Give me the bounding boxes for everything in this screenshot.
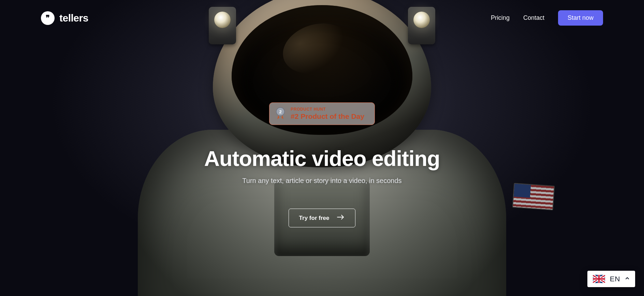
medal-icon: 2 — [275, 107, 286, 121]
language-code: EN — [610, 275, 620, 283]
brand-logo-mark-icon: ❞ — [41, 11, 55, 25]
cta-label: Try for free — [299, 215, 330, 222]
hero-headline: Automatic video editing — [204, 146, 440, 171]
product-hunt-label: PRODUCT HUNT — [291, 107, 364, 112]
brand-name: tellers — [59, 12, 88, 24]
uk-flag-icon — [593, 275, 605, 283]
start-now-button[interactable]: Start now — [558, 10, 603, 26]
nav-link-pricing[interactable]: Pricing — [491, 14, 510, 22]
product-hunt-badge[interactable]: 2 PRODUCT HUNT #2 Product of the Day — [269, 102, 375, 125]
product-hunt-title: #2 Product of the Day — [291, 112, 364, 121]
nav-link-contact[interactable]: Contact — [523, 14, 544, 22]
brand-logo[interactable]: ❞ tellers — [41, 11, 88, 25]
try-for-free-button[interactable]: Try for free — [289, 209, 356, 227]
medal-rank-number: 2 — [279, 109, 281, 114]
chevron-up-icon — [625, 276, 630, 282]
hero-subhead: Turn any text, article or story into a v… — [242, 177, 401, 185]
arrow-right-icon — [337, 214, 345, 222]
top-nav: ❞ tellers Pricing Contact Start now — [0, 0, 644, 26]
hero-content: 2 PRODUCT HUNT #2 Product of the Day Aut… — [0, 102, 644, 227]
nav-right: Pricing Contact Start now — [491, 10, 603, 26]
product-hunt-text: PRODUCT HUNT #2 Product of the Day — [291, 107, 364, 121]
language-selector[interactable]: EN — [587, 271, 635, 287]
brand-logo-glyph: ❞ — [46, 14, 50, 22]
